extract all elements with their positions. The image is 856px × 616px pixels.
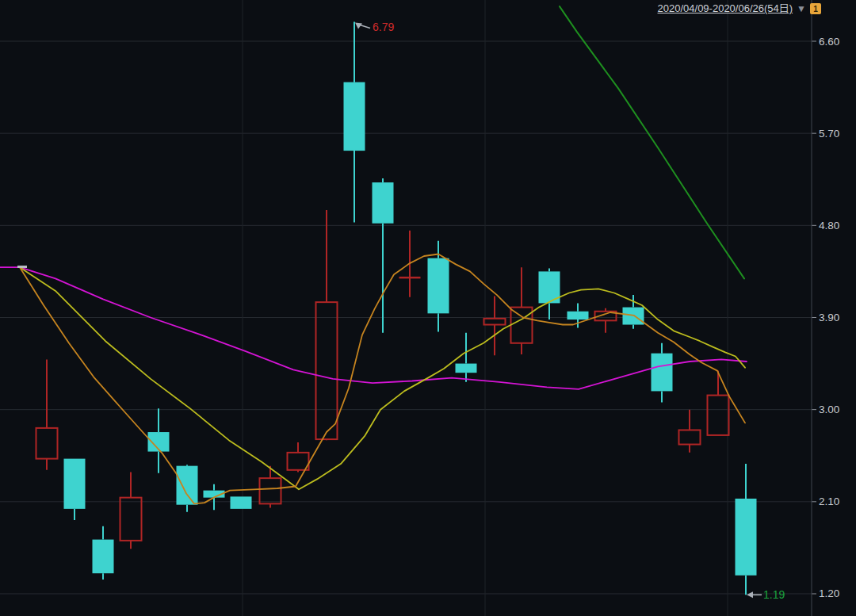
candle-body bbox=[36, 428, 58, 459]
candlestick-chart[interactable]: 6.605.704.803.903.002.101.206.791.19 bbox=[0, 0, 856, 616]
date-range-label[interactable]: 2020/04/09-2020/06/26(54日) bbox=[658, 2, 793, 16]
candle-body bbox=[567, 312, 589, 319]
chart-canvas[interactable]: 6.605.704.803.903.002.101.206.791.19 bbox=[0, 0, 856, 616]
candle-body bbox=[679, 430, 701, 444]
ma-slow-line bbox=[0, 267, 747, 389]
y-axis-label: 2.10 bbox=[819, 495, 839, 507]
candlestick bbox=[316, 210, 338, 440]
candle-body bbox=[736, 499, 757, 576]
y-axis-label: 6.60 bbox=[819, 36, 839, 48]
stock-chart-screen: 6.605.704.803.903.002.101.206.791.19 202… bbox=[0, 0, 856, 616]
candlestick bbox=[484, 296, 506, 355]
candle-body bbox=[177, 466, 198, 505]
candlestick bbox=[344, 21, 365, 222]
candle-body bbox=[484, 319, 506, 325]
candle-body bbox=[456, 364, 477, 373]
candlestick bbox=[539, 269, 560, 320]
candlestick bbox=[652, 343, 673, 403]
candle-body bbox=[260, 478, 281, 503]
candle-body bbox=[93, 540, 114, 574]
candlestick bbox=[177, 465, 198, 511]
low-arrow-head bbox=[747, 591, 753, 598]
chevron-down-icon[interactable]: ▼ bbox=[797, 4, 806, 13]
candle-body bbox=[428, 258, 449, 314]
candle-body bbox=[373, 182, 394, 224]
candlestick bbox=[36, 359, 58, 469]
first-point-marker bbox=[17, 266, 27, 268]
candlestick bbox=[93, 526, 114, 580]
candle-body bbox=[511, 308, 533, 343]
info-badge-icon[interactable]: 1 bbox=[810, 3, 821, 14]
candlestick bbox=[736, 464, 757, 595]
candle-body bbox=[708, 396, 729, 435]
candle-body bbox=[316, 302, 338, 439]
candlestick bbox=[373, 178, 394, 333]
high-price-label: 6.79 bbox=[373, 21, 394, 33]
candlestick bbox=[679, 410, 701, 453]
candle-body bbox=[231, 496, 252, 508]
candlestick bbox=[623, 295, 644, 329]
candlestick bbox=[64, 459, 86, 520]
candlestick bbox=[231, 496, 252, 508]
candle-body bbox=[344, 82, 365, 151]
candle-body bbox=[64, 459, 86, 509]
candle-body bbox=[120, 498, 142, 541]
candlestick bbox=[708, 371, 729, 435]
y-axis-label: 4.80 bbox=[819, 220, 839, 231]
y-axis-label: 1.20 bbox=[819, 587, 839, 599]
y-axis-label: 3.00 bbox=[819, 404, 839, 415]
candlestick bbox=[120, 472, 142, 549]
trendline-line bbox=[560, 6, 744, 278]
candle-body bbox=[288, 453, 309, 470]
y-axis-label: 3.90 bbox=[819, 312, 839, 323]
candle-body bbox=[652, 354, 673, 392]
candlestick bbox=[595, 308, 617, 333]
y-axis-label: 5.70 bbox=[819, 128, 839, 140]
date-range-selector[interactable]: 2020/04/09-2020/06/26(54日) ▼ 1 bbox=[658, 2, 821, 16]
low-price-label: 1.19 bbox=[763, 588, 785, 601]
